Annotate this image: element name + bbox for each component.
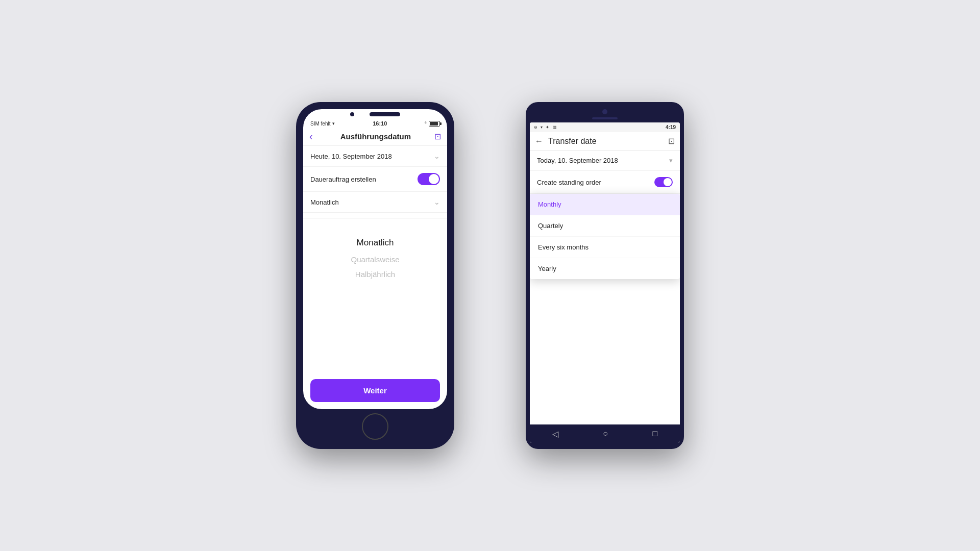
android-status-icon-group: ⊖ ▾ ✦ ▥: [534, 125, 558, 130]
ios-battery: [429, 121, 440, 127]
android-back-button[interactable]: ←: [535, 137, 543, 146]
ios-picker: Monatlich Quartalsweise Halbjährlich: [303, 223, 447, 292]
android-frequency-dropdown[interactable]: Monthly ▾ Monthly Quartely Every six mon…: [530, 194, 680, 214]
ios-weiter-button[interactable]: Weiter: [310, 379, 440, 402]
android-back-nav[interactable]: ◁: [552, 429, 558, 439]
ios-standing-order-label: Dauerauftrag erstellen: [310, 176, 376, 183]
android-status-icons: ⊖ ▾ ✦ ▥: [534, 125, 558, 130]
android-dropdown-monthly[interactable]: Monthly: [530, 194, 680, 215]
scene: SIM fehlt ▾ 16:10 ⁶ ‹ Ausführungsdatum ⊡: [296, 102, 684, 449]
android-dropdown-yearly[interactable]: Yearly: [530, 258, 680, 279]
ios-status-bar: SIM fehlt ▾ 16:10 ⁶: [303, 118, 447, 128]
carrier-label: SIM fehlt: [310, 121, 330, 127]
android-nav-bar: ← Transfer date ⊡: [530, 132, 680, 151]
ios-frequency-chevron: ⌄: [434, 198, 440, 206]
ios-notch: [303, 109, 447, 118]
android-date-row[interactable]: Today, 10. September 2018 ▾: [530, 151, 680, 171]
ios-picker-halfyearly[interactable]: Halbjährlich: [303, 267, 447, 282]
ios-back-button[interactable]: ‹: [309, 131, 313, 142]
ios-standing-order-toggle[interactable]: [418, 173, 440, 185]
android-date-chevron: ▾: [669, 157, 673, 164]
android-status-bar: ⊖ ▾ ✦ ▥ 4:19: [530, 122, 680, 132]
ios-picker-quarterly[interactable]: Quartalsweise: [303, 252, 447, 267]
ios-content: Heute, 10. September 2018 ⌄ Dauerauftrag…: [303, 146, 447, 374]
ios-phone: SIM fehlt ▾ 16:10 ⁶ ‹ Ausführungsdatum ⊡: [296, 102, 454, 449]
ios-date-chevron: ⌄: [434, 152, 440, 160]
android-speaker: [592, 117, 618, 119]
android-recents-nav[interactable]: □: [653, 429, 658, 438]
android-time: 4:19: [666, 124, 676, 130]
ios-status-right: ⁶: [425, 121, 440, 127]
android-dropdown-quarterly[interactable]: Quartely: [530, 215, 680, 237]
android-standing-order-row[interactable]: Create standing order: [530, 171, 680, 194]
ios-standing-order-row[interactable]: Dauerauftrag erstellen: [303, 167, 447, 192]
ios-status-left: SIM fehlt ▾: [310, 121, 335, 127]
ios-picker-monthly[interactable]: Monatlich: [303, 234, 447, 252]
android-dropdown-sixmonths[interactable]: Every six months: [530, 237, 680, 258]
ios-time: 16:10: [373, 120, 387, 127]
ios-nav-icon[interactable]: ⊡: [434, 132, 441, 141]
android-nav-title: Transfer date: [548, 137, 668, 146]
android-dropdown-menu: Monthly Quartely Every six months Yearly: [530, 194, 680, 279]
android-standing-order-toggle[interactable]: [654, 177, 673, 187]
ios-date-label: Heute, 10. September 2018: [310, 153, 392, 160]
android-nav-icon[interactable]: ⊡: [668, 136, 675, 146]
wifi-icon: ▾: [332, 121, 335, 126]
android-camera: [602, 109, 607, 114]
android-screen: ⊖ ▾ ✦ ▥ 4:19 ← Transfer date ⊡ Today, 10…: [530, 122, 680, 443]
android-standing-order-label: Create standing order: [537, 179, 601, 186]
ios-camera: [350, 112, 354, 116]
android-phone: ⊖ ▾ ✦ ▥ 4:19 ← Transfer date ⊡ Today, 10…: [526, 102, 684, 449]
ios-frequency-row[interactable]: Monatlich ⌄: [303, 192, 447, 213]
ios-nav-title: Ausführungsdatum: [317, 132, 434, 141]
ios-home-button[interactable]: [362, 413, 388, 440]
android-nav-bottom: ◁ ○ □: [530, 424, 680, 443]
ios-nav-bar: ‹ Ausführungsdatum ⊡: [303, 128, 447, 146]
ios-phone-screen: SIM fehlt ▾ 16:10 ⁶ ‹ Ausführungsdatum ⊡: [303, 109, 447, 409]
ios-frequency-label: Monatlich: [310, 198, 339, 206]
ios-date-row[interactable]: Heute, 10. September 2018 ⌄: [303, 146, 447, 167]
android-date-label: Today, 10. September 2018: [537, 157, 618, 164]
android-content: Today, 10. September 2018 ▾ Create stand…: [530, 151, 680, 424]
android-home-nav[interactable]: ○: [603, 429, 608, 438]
ios-speaker: [370, 112, 400, 116]
bluetooth-icon: ⁶: [425, 121, 427, 126]
